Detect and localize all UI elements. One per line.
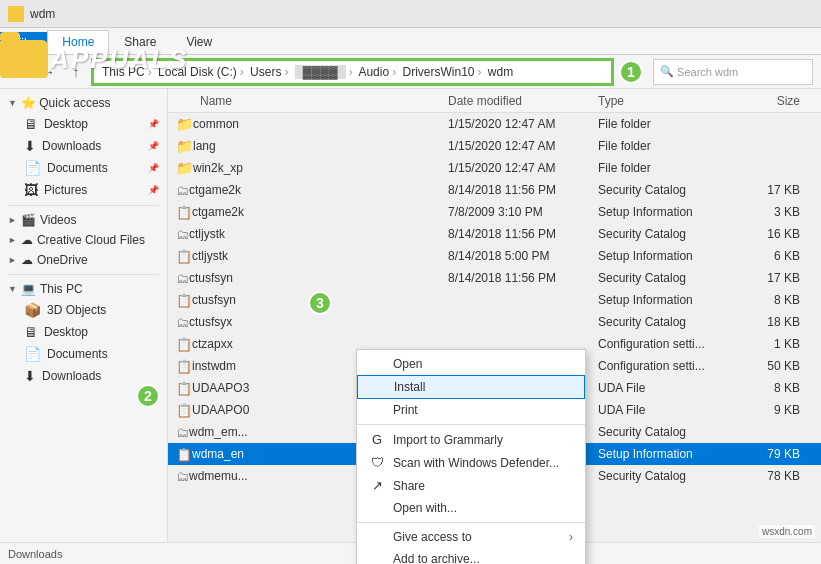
file-row[interactable]: 📁 common 1/15/2020 12:47 AM File folder [168, 113, 821, 135]
sidebar-label-dl2: Downloads [42, 369, 101, 383]
file-row[interactable]: 🗂 ctgame2k 8/14/2018 11:56 PM Security C… [168, 179, 821, 201]
sidebar-3dobjects[interactable]: 📦 3D Objects [0, 299, 167, 321]
file-row[interactable]: 📁 lang 1/15/2020 12:47 AM File folder [168, 135, 821, 157]
sidebar-onedrive[interactable]: ► ☁ OneDrive [0, 250, 167, 270]
tab-file[interactable]: File [0, 32, 47, 54]
file-date: 1/15/2020 12:47 AM [448, 161, 598, 175]
file-name-text: ctljystk [189, 227, 225, 241]
file-row[interactable]: 🗂 ctusfsyx Security Catalog 18 KB [168, 311, 821, 333]
file-size: 18 KB [738, 315, 808, 329]
col-header-type[interactable]: Type [598, 94, 738, 108]
file-name-text: lang [193, 139, 216, 153]
file-row[interactable]: 📋 ctgame2k 7/8/2009 3:10 PM Setup Inform… [168, 201, 821, 223]
search-box[interactable]: 🔍 Search wdm [653, 59, 813, 85]
sidebar-videos[interactable]: ► 🎬 Videos [0, 210, 167, 230]
3d-icon: 📦 [24, 302, 41, 318]
context-menu-item[interactable]: 🛡 Scan with Windows Defender... [357, 451, 585, 474]
file-name-text: ctusfsyn [189, 271, 233, 285]
file-size: 17 KB [738, 183, 808, 197]
context-menu-item[interactable]: Open [357, 353, 585, 375]
file-row[interactable]: 📋 ctljystk 8/14/2018 5:00 PM Setup Infor… [168, 245, 821, 267]
sidebar-quick-access[interactable]: ▼ ⭐ Quick access [0, 93, 167, 113]
catalog-icon: 🗂 [176, 227, 189, 242]
sidebar-this-pc[interactable]: ▼ 💻 This PC [0, 279, 167, 299]
ctx-item-icon: 🛡 [369, 455, 385, 470]
pin-icon: 📌 [148, 119, 159, 129]
file-name-text: win2k_xp [193, 161, 243, 175]
pin-icon-docs: 📌 [148, 163, 159, 173]
context-menu-item[interactable]: G Import to Grammarly [357, 428, 585, 451]
desktop2-icon: 🖥 [24, 324, 38, 340]
sidebar-item-desktop[interactable]: 🖥 Desktop 📌 [0, 113, 167, 135]
file-name: 📋 ctljystk [168, 249, 448, 264]
file-type: File folder [598, 139, 738, 153]
file-type: File folder [598, 117, 738, 131]
sidebar: ▼ ⭐ Quick access 🖥 Desktop 📌 ⬇ Downloads… [0, 89, 168, 564]
ctx-separator [357, 424, 585, 425]
file-row[interactable]: 📁 win2k_xp 1/15/2020 12:47 AM File folde… [168, 157, 821, 179]
tab-home[interactable]: Home [47, 30, 109, 54]
context-menu-item[interactable]: Give access to › [357, 526, 585, 548]
folder-icon: 📁 [176, 138, 193, 154]
context-menu-item[interactable]: Add to archive... [357, 548, 585, 564]
sidebar-label-downloads: Downloads [42, 139, 101, 153]
label-3: 3 [308, 291, 332, 315]
ctx-item-label: Add to archive... [393, 552, 480, 564]
file-name: 📁 common [168, 116, 448, 132]
ctx-separator [357, 522, 585, 523]
ctx-item-label: Share [393, 479, 425, 493]
file-date: 8/14/2018 11:56 PM [448, 227, 598, 241]
sidebar-desktop2[interactable]: 🖥 Desktop [0, 321, 167, 343]
context-menu-item[interactable]: Print [357, 399, 585, 421]
watermark: wsxdn.com [759, 525, 815, 538]
dl2-icon: ⬇ [24, 368, 36, 384]
sidebar-downloads2[interactable]: ⬇ Downloads [0, 365, 167, 387]
up-button[interactable]: ↑ [64, 60, 88, 84]
file-name: 📁 win2k_xp [168, 160, 448, 176]
sidebar-item-downloads[interactable]: ⬇ Downloads 📌 [0, 135, 167, 157]
ctx-item-label: Give access to [393, 530, 472, 544]
sidebar-documents2[interactable]: 📄 Documents [0, 343, 167, 365]
sidebar-label-cc: Creative Cloud Files [37, 233, 145, 247]
sidebar-creative-cloud[interactable]: ► ☁ Creative Cloud Files [0, 230, 167, 250]
sidebar-item-documents[interactable]: 📄 Documents 📌 [0, 157, 167, 179]
back-button[interactable]: ← [8, 60, 32, 84]
window-icon [8, 6, 24, 22]
file-size: 6 KB [738, 249, 808, 263]
inf-icon: 📋 [176, 403, 192, 418]
tab-share[interactable]: Share [109, 30, 171, 54]
context-menu-item[interactable]: ↗ Share [357, 474, 585, 497]
context-menu: Open Install Print G Import to Grammarly… [356, 349, 586, 564]
file-type: File folder [598, 161, 738, 175]
ctx-arrow-icon: › [569, 530, 573, 544]
file-name-text: ctgame2k [189, 183, 241, 197]
file-row[interactable]: 📋 ctusfsyn Setup Information 8 KB [168, 289, 821, 311]
col-header-name[interactable]: Name [168, 94, 448, 108]
address-box[interactable]: This PC› Local Disk (C:)› Users› ▓▓▓▓› A… [92, 59, 613, 85]
file-type: Security Catalog [598, 315, 738, 329]
documents-icon: 📄 [24, 160, 41, 176]
context-menu-item[interactable]: Open with... [357, 497, 585, 519]
col-header-date[interactable]: Date modified [448, 94, 598, 108]
ribbon: File Home Share View [0, 28, 821, 55]
file-name-text: wdma_en [192, 447, 244, 461]
catalog-icon: 🗂 [176, 315, 189, 330]
folder-icon: 📁 [176, 116, 193, 132]
file-row[interactable]: 🗂 ctusfsyn 8/14/2018 11:56 PM Security C… [168, 267, 821, 289]
file-row[interactable]: 🗂 ctljystk 8/14/2018 11:56 PM Security C… [168, 223, 821, 245]
file-name: 🗂 ctusfsyn [168, 271, 448, 286]
file-name-text: ctgame2k [192, 205, 244, 219]
file-name-text: instwdm [192, 359, 236, 373]
ctx-item-icon: ↗ [369, 478, 385, 493]
forward-button[interactable]: → [36, 60, 60, 84]
chevron-od: ► [8, 255, 17, 265]
sidebar-item-pictures[interactable]: 🖼 Pictures 📌 [0, 179, 167, 201]
sidebar-label-desk2: Desktop [44, 325, 88, 339]
sidebar-label-videos: Videos [40, 213, 76, 227]
context-menu-item[interactable]: Install [357, 375, 585, 399]
col-header-size[interactable]: Size [738, 94, 808, 108]
file-type: Setup Information [598, 249, 738, 263]
tab-view[interactable]: View [171, 30, 227, 54]
main-layout: ▼ ⭐ Quick access 🖥 Desktop 📌 ⬇ Downloads… [0, 89, 821, 564]
status-text: Downloads [8, 548, 62, 560]
